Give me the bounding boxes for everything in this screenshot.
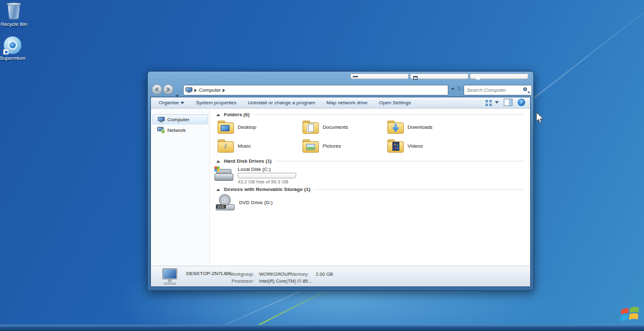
group-header-folders[interactable]: Folders (6) xyxy=(216,112,524,117)
computer-icon xyxy=(158,117,165,122)
folder-label: Videos xyxy=(408,143,423,149)
forward-button[interactable] xyxy=(163,84,174,95)
recycle-bin-label: Recycle Bin xyxy=(0,21,30,27)
folder-item-desktop[interactable]: Desktop xyxy=(218,119,298,135)
folder-label: Documents xyxy=(323,124,348,130)
collapse-arrow-icon xyxy=(216,188,220,191)
caption-buttons xyxy=(350,73,528,79)
chevron-down-icon xyxy=(180,102,184,104)
breadcrumb-arrow-icon xyxy=(194,89,197,92)
address-bar-tools: ↻ xyxy=(451,86,462,92)
desktop-folder-icon xyxy=(218,121,234,134)
computer-large-icon xyxy=(160,268,181,285)
organise-menu[interactable]: Organise xyxy=(158,100,184,106)
processor-label: Processor: xyxy=(225,278,254,284)
chevron-down-icon xyxy=(495,101,499,104)
workgroup-label: Workgroup: xyxy=(225,271,254,277)
views-icon xyxy=(485,99,493,106)
monitor-overlay-icon xyxy=(221,125,230,131)
processor-value: Intel(R) Core(TM) i7-85... xyxy=(259,278,312,284)
forward-arrow-icon xyxy=(165,87,170,92)
sidebar-item-computer[interactable]: Computer xyxy=(152,114,208,124)
folder-item-documents[interactable]: Documents xyxy=(303,119,383,135)
hard-drive-icon xyxy=(214,166,233,181)
close-button[interactable] xyxy=(470,73,528,79)
folder-item-videos[interactable]: Videos xyxy=(387,138,468,154)
collapse-arrow-icon xyxy=(216,114,220,116)
workgroup-value: WORKGROUP xyxy=(259,271,291,277)
music-folder-icon: ♪ xyxy=(218,139,234,153)
sidebar-item-network[interactable]: Network xyxy=(152,125,208,135)
preview-pane-button[interactable] xyxy=(504,99,513,106)
folder-item-music[interactable]: ♪ Music xyxy=(218,138,298,154)
computer-icon xyxy=(186,87,192,93)
folder-item-pictures[interactable]: Pictures xyxy=(303,138,383,154)
desktop: { "desktop": { "icons": [ { "label": "Re… xyxy=(0,0,644,331)
system-properties-button[interactable]: System properties xyxy=(196,100,236,106)
preview-pane-icon xyxy=(509,99,512,106)
folder-label: Downloads xyxy=(408,124,433,130)
desktop-icon-recycle-bin[interactable]: Recycle Bin xyxy=(0,3,30,27)
downloads-folder-icon xyxy=(387,121,404,134)
group-header-removable-storage[interactable]: Devices with Removable Storage (1) xyxy=(216,187,524,192)
desktop-icon-supermium[interactable]: Supermium xyxy=(0,36,29,61)
dvd-label: DVD Drive (D:) xyxy=(239,200,272,205)
map-network-drive-button[interactable]: Map network drive xyxy=(326,100,367,106)
group-divider xyxy=(253,114,524,115)
supermium-label: Supermium xyxy=(0,55,29,61)
pictures-folder-icon xyxy=(303,139,319,153)
explorer-content: Computer Network Folders (6) Desktop xyxy=(151,109,530,266)
help-icon[interactable]: ? xyxy=(518,99,525,106)
folder-label: Desktop xyxy=(238,124,256,130)
drive-item-dvd-d[interactable]: DVD DVD Drive (D:) xyxy=(216,194,272,210)
folder-label: Music xyxy=(238,143,251,149)
dvd-badge: DVD xyxy=(216,205,226,209)
dvd-drive-icon: DVD xyxy=(216,194,235,210)
maximize-button[interactable] xyxy=(410,73,469,79)
views-button[interactable] xyxy=(485,99,499,106)
sidebar-network-label: Network xyxy=(167,128,186,133)
capacity-bar xyxy=(238,173,296,178)
free-space-text: 43.2 GB free of 59.3 GB xyxy=(238,179,296,185)
details-pane: DESKTOP-2N7LI6K Workgroup: WORKGROUP Mem… xyxy=(151,266,530,286)
search-icon[interactable] xyxy=(523,87,530,94)
picture-overlay-icon xyxy=(306,144,315,150)
organise-label: Organise xyxy=(158,100,179,106)
music-note-overlay-icon: ♪ xyxy=(223,141,228,150)
back-button[interactable] xyxy=(152,84,162,95)
search-input[interactable] xyxy=(464,87,523,93)
navigation-pane: Computer Network xyxy=(151,109,210,266)
minimize-button[interactable] xyxy=(350,73,409,79)
video-overlay-icon xyxy=(392,142,399,151)
collapse-arrow-icon xyxy=(216,160,220,163)
memory-value: 2.00 GB xyxy=(316,271,333,277)
address-row: Computer ↻ xyxy=(148,84,533,97)
drive-label: Local Disk (C:) xyxy=(238,166,296,172)
uninstall-program-button[interactable]: Uninstall or change a program xyxy=(248,100,315,106)
toolbar-right-icons: ? xyxy=(485,99,525,106)
folders-group-title: Folders (6) xyxy=(224,112,250,117)
taskbar[interactable] xyxy=(0,325,644,331)
windows-flag-logo xyxy=(619,305,641,324)
document-overlay-icon xyxy=(308,124,314,132)
documents-folder-icon xyxy=(303,121,319,134)
breadcrumb-arrow-icon[interactable] xyxy=(223,89,225,92)
mouse-cursor xyxy=(536,112,544,124)
open-settings-button[interactable]: Open Settings xyxy=(379,100,411,106)
memory-label: Memory: xyxy=(291,271,309,277)
breadcrumb-computer[interactable]: Computer xyxy=(199,87,221,93)
address-bar[interactable]: Computer xyxy=(183,85,448,95)
search-box[interactable] xyxy=(464,85,532,95)
network-icon xyxy=(157,127,165,133)
refresh-icon[interactable]: ↻ xyxy=(457,86,462,92)
drive-item-local-disk-c[interactable]: Local Disk (C:) 43.2 GB free of 59.3 GB xyxy=(214,166,296,185)
windows-flag-mini-icon xyxy=(214,166,220,172)
folder-label: Pictures xyxy=(323,143,341,149)
recycle-bin-icon xyxy=(6,3,21,20)
folder-item-downloads[interactable]: Downloads xyxy=(387,119,468,135)
drives-group-title: Hard Disk Drives (1) xyxy=(224,158,272,164)
command-toolbar: Organise System properties Uninstall or … xyxy=(151,97,530,109)
back-arrow-icon xyxy=(155,87,160,92)
group-header-hard-disk-drives[interactable]: Hard Disk Drives (1) xyxy=(216,158,524,164)
address-dropdown-icon[interactable] xyxy=(451,88,455,90)
